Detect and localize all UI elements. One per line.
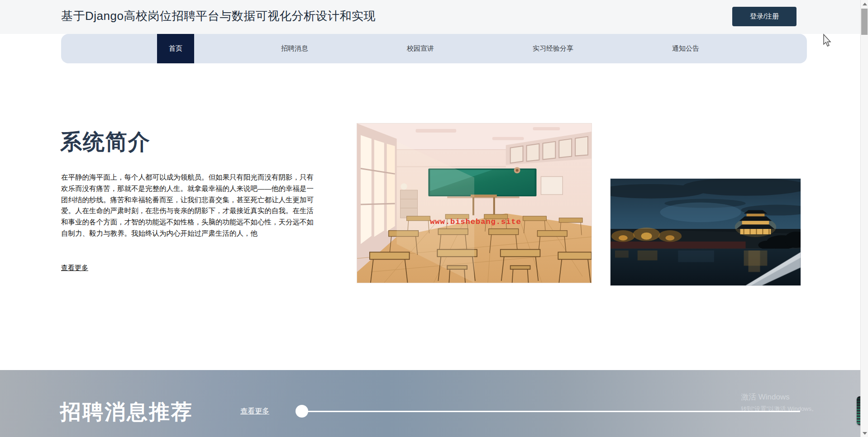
site-title: 基于Django高校岗位招聘平台与数据可视化分析设计和实现 — [61, 8, 376, 24]
windows-activation-line1: 激活 Windows — [741, 392, 817, 402]
scrollbar-down-arrow[interactable] — [861, 429, 868, 437]
scrollbar-up-arrow[interactable] — [861, 0, 868, 8]
nav-tab-recruit-news[interactable]: 招聘消息 — [269, 34, 320, 63]
carousel-slider-track[interactable] — [302, 411, 800, 412]
login-register-button[interactable]: 登录/注册 — [732, 7, 796, 26]
palace-night-illustration — [610, 179, 801, 285]
mouse-cursor-icon — [822, 33, 832, 48]
main-nav: 首页 招聘消息 校园宣讲 实习经验分享 通知公告 — [61, 34, 807, 63]
nav-tab-notices[interactable]: 通知公告 — [660, 34, 711, 63]
classroom-illustration — [357, 124, 591, 283]
scrollbar-thumb[interactable] — [861, 9, 868, 35]
intro-section-title: 系统简介 — [60, 128, 151, 157]
intro-paragraph: 在平静的海平面上，每个人都可以成为领航员。但如果只有阳光而没有阴影，只有欢乐而没… — [61, 172, 318, 239]
jobs-view-more-link[interactable]: 查看更多 — [240, 407, 269, 416]
windows-activation-line2: 转到“设置”以激活 Windows。 — [741, 405, 817, 413]
image-watermark-text: www.bishebang.site — [399, 218, 553, 226]
nav-tab-home[interactable]: 首页 — [157, 34, 194, 63]
intro-view-more-link[interactable]: 查看更多 — [61, 264, 88, 272]
windows-activation-watermark: 激活 Windows 转到“设置”以激活 Windows。 — [741, 392, 817, 413]
jobs-recommend-section: 招聘消息推荐 查看更多 激活 Windows 转到“设置”以激活 Windows… — [0, 370, 860, 437]
page: 基于Django高校岗位招聘平台与数据可视化分析设计和实现 登录/注册 首页 招… — [0, 0, 868, 437]
nav-tab-campus-talks[interactable]: 校园宣讲 — [395, 34, 446, 63]
jobs-section-title: 招聘消息推荐 — [60, 398, 193, 426]
carousel-slider-handle[interactable] — [296, 405, 308, 418]
nav-tab-internship-sharing[interactable]: 实习经验分享 — [521, 34, 585, 63]
vertical-scrollbar[interactable] — [860, 0, 868, 437]
classroom-image: www.bishebang.site — [357, 123, 592, 283]
header: 基于Django高校岗位招聘平台与数据可视化分析设计和实现 登录/注册 — [0, 0, 860, 34]
palace-night-image — [610, 178, 801, 286]
